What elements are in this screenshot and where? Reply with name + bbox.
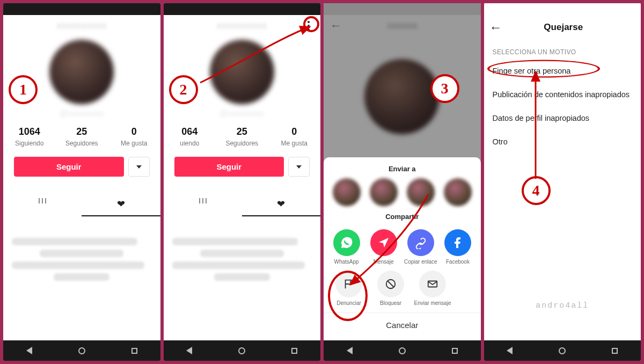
screen-1: xxxxxxxxxx @xxxxxxxxx 1064 Siguiendo 25 … xyxy=(3,3,160,361)
step-badge-1: 1 xyxy=(9,75,38,104)
status-bar xyxy=(164,3,321,15)
nav-recents-icon[interactable] xyxy=(291,348,297,354)
contact-avatar[interactable] xyxy=(333,178,361,206)
stats-row: 1064 Siguiendo 25 Seguidores 0 Me gusta xyxy=(3,126,160,147)
share-label-text: Mensaje xyxy=(367,259,401,265)
share-copylink[interactable]: Copiar enlace xyxy=(404,229,438,265)
handle: @xxxxxxxxx xyxy=(219,108,264,118)
contact-avatar[interactable] xyxy=(444,178,472,206)
nav-home-icon[interactable] xyxy=(238,347,245,354)
cancel-button[interactable]: Cancelar xyxy=(324,312,481,337)
stat-following[interactable]: 1064 Siguiendo xyxy=(3,126,56,147)
heart-lock-icon: ❤ xyxy=(117,198,125,210)
stat-likes[interactable]: 0 Me gusta xyxy=(108,126,160,147)
reason-impersonation[interactable]: Finge ser otra persona xyxy=(484,59,641,83)
stat-value: 25 xyxy=(216,126,268,137)
nav-home-icon[interactable] xyxy=(78,347,85,354)
action-sendmsg[interactable]: Enviar mensaje xyxy=(414,271,451,307)
reason-other[interactable]: Otro xyxy=(484,130,641,154)
stat-following[interactable]: 064 uiendo xyxy=(164,126,216,147)
status-bar xyxy=(3,3,160,15)
share-label: Compartir xyxy=(324,213,481,221)
tab-liked[interactable]: ❤ xyxy=(82,193,160,216)
top-bar: xxxxxxxxxx xyxy=(3,15,160,37)
nav-home-icon[interactable] xyxy=(399,347,406,354)
heart-lock-icon: ❤ xyxy=(277,198,285,210)
nav-home-icon[interactable] xyxy=(559,347,566,354)
stats-row: 064 uiendo 25 Seguidores 0 Me gusta xyxy=(164,126,321,147)
nav-back-icon[interactable] xyxy=(347,347,353,354)
action-report[interactable]: Denunciar xyxy=(330,271,368,307)
step-badge-3: 3 xyxy=(430,74,459,103)
reason-inappropriate-profile[interactable]: Datos de perfil inapropiados xyxy=(484,106,641,130)
stat-value: 0 xyxy=(268,126,321,137)
content-area: xxxxxxxxxx @xxxxxxxxx 1064 Siguiendo 25 … xyxy=(3,15,160,340)
stat-value: 0 xyxy=(108,126,160,137)
stat-followers[interactable]: 25 Seguidores xyxy=(216,126,268,147)
watermark: andro4all xyxy=(484,301,641,310)
tab-grid[interactable] xyxy=(164,193,242,216)
action-block[interactable]: Bloquear xyxy=(372,271,409,307)
bio-blur xyxy=(172,238,312,281)
chevron-down-icon xyxy=(296,165,302,169)
nav-back-icon[interactable] xyxy=(26,347,32,354)
screen-2: xxxxxxxxxx @xxxxxxxxx 064 uiendo 25 Segu… xyxy=(164,3,321,361)
nav-recents-icon[interactable] xyxy=(452,348,458,354)
action-label: Denunciar xyxy=(330,300,368,307)
profile-username: xxxxxxxxxx xyxy=(181,21,304,31)
follow-button[interactable]: Seguir xyxy=(14,157,124,177)
follow-button[interactable]: Seguir xyxy=(174,157,284,177)
whatsapp-icon xyxy=(333,229,360,256)
avatar[interactable] xyxy=(210,40,274,104)
stat-label: Siguiendo xyxy=(3,140,56,147)
content-area: ← Quejarse SELECCIONA UN MOTIVO Finge se… xyxy=(484,15,641,340)
more-options-icon[interactable] xyxy=(303,20,314,31)
suggestions-button[interactable] xyxy=(288,157,310,177)
handle: @xxxxxxxxx xyxy=(60,108,104,118)
share-facebook[interactable]: Facebook xyxy=(441,229,475,265)
share-message[interactable]: Mensaje xyxy=(367,229,401,265)
tabs: ❤ xyxy=(3,193,160,216)
contact-avatar[interactable] xyxy=(407,178,435,206)
stat-likes[interactable]: 0 Me gusta xyxy=(268,126,321,147)
status-bar xyxy=(484,3,641,15)
android-nav xyxy=(324,340,481,361)
link-icon xyxy=(407,229,434,256)
action-label: Enviar mensaje xyxy=(414,300,451,307)
nav-back-icon[interactable] xyxy=(186,347,192,354)
grid-icon xyxy=(199,198,207,210)
step-badge-4: 4 xyxy=(522,176,551,205)
android-nav xyxy=(164,340,321,361)
android-nav xyxy=(484,340,641,361)
top-bar: ← Quejarse xyxy=(484,15,641,40)
stat-value: 1064 xyxy=(3,126,56,137)
reason-inappropriate-content[interactable]: Publicación de contenidos inapropiados xyxy=(484,83,641,106)
suggestions-button[interactable] xyxy=(128,157,150,177)
share-label-text: Copiar enlace xyxy=(404,259,438,265)
share-whatsapp[interactable]: WhatsApp xyxy=(330,229,364,265)
avatar[interactable] xyxy=(49,40,114,104)
nav-back-icon[interactable] xyxy=(507,347,513,354)
tab-liked[interactable]: ❤ xyxy=(242,193,320,216)
nav-recents-icon[interactable] xyxy=(612,348,618,354)
stat-label: Seguidores xyxy=(56,140,108,147)
nav-recents-icon[interactable] xyxy=(131,348,137,354)
chevron-down-icon xyxy=(136,165,142,169)
action-row: Seguir xyxy=(14,157,150,177)
stat-value: 064 xyxy=(164,126,216,137)
contact-avatar[interactable] xyxy=(370,178,398,206)
share-row: WhatsApp Mensaje Copiar enlace xyxy=(324,226,481,265)
action-row: Seguir xyxy=(174,157,310,177)
screen-4: ← Quejarse SELECCIONA UN MOTIVO Finge se… xyxy=(484,3,641,361)
flag-icon xyxy=(335,271,362,297)
block-icon xyxy=(377,271,404,297)
back-icon[interactable]: ← xyxy=(489,20,502,35)
grid-icon xyxy=(39,198,46,210)
screen-3: ← xxxxxx Enviar a Compartir xyxy=(324,3,481,361)
send-to-row xyxy=(324,178,481,208)
stat-followers[interactable]: 25 Seguidores xyxy=(56,126,108,147)
tab-grid[interactable] xyxy=(3,193,82,216)
section-header: SELECCIONA UN MOTIVO xyxy=(484,40,641,59)
stat-label: Seguidores xyxy=(216,140,268,147)
page-title: Quejarse xyxy=(502,22,625,33)
